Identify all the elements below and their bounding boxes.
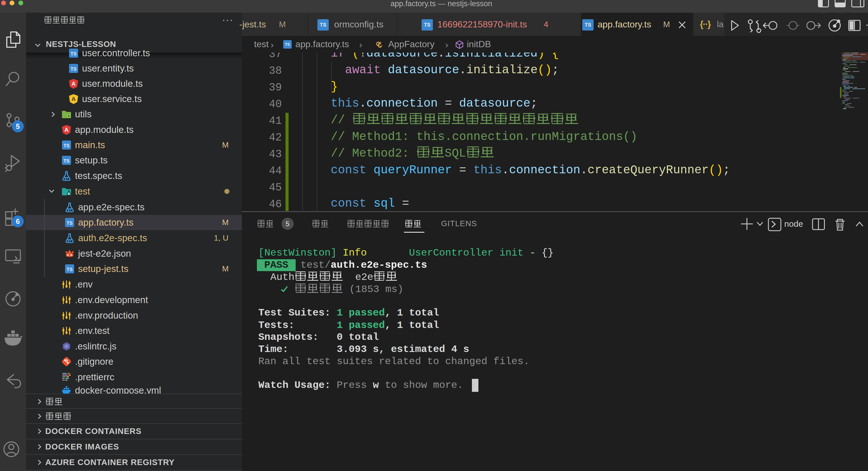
svg-text:A: A — [64, 127, 68, 133]
svg-text:TS: TS — [70, 51, 77, 57]
svg-text:A: A — [71, 80, 75, 87]
svg-text:5: 5 — [16, 123, 20, 130]
svg-text:6: 6 — [16, 217, 20, 225]
svg-text:TS: TS — [63, 143, 70, 148]
svg-text:TS: TS — [70, 66, 77, 72]
svg-text:A: A — [71, 96, 75, 102]
svg-text:TS: TS — [66, 267, 73, 272]
svg-text:TS: TS — [63, 158, 70, 164]
svg-text:TS: TS — [66, 221, 73, 226]
